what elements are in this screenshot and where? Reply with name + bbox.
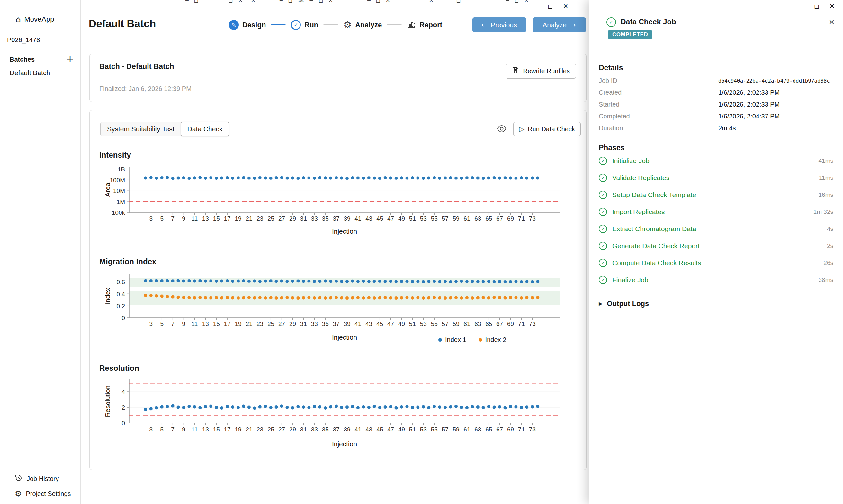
step-run[interactable]: ✓ Run — [291, 20, 318, 30]
intensity-chart-svg: 1B100M10M1M100k3579111315171921232527293… — [97, 162, 566, 237]
resolution-chart-title: Resolution — [99, 364, 139, 373]
svg-text:65: 65 — [485, 426, 492, 433]
phase-row-initialize-job: ✓ Initialize Job 41ms — [599, 152, 833, 169]
svg-text:Area: Area — [104, 183, 111, 197]
phase-check-icon: ✓ — [599, 157, 607, 165]
svg-text:41: 41 — [355, 426, 361, 433]
svg-text:25: 25 — [268, 320, 274, 327]
batches-heading: Batches — [10, 56, 35, 63]
svg-text:39: 39 — [344, 215, 350, 222]
svg-text:59: 59 — [452, 215, 459, 222]
svg-text:100k: 100k — [112, 209, 125, 216]
svg-text:29: 29 — [289, 215, 296, 222]
status-badge: COMPLETED — [608, 30, 652, 39]
svg-text:63: 63 — [475, 320, 481, 327]
step-design-label: Design — [242, 21, 266, 29]
svg-text:9: 9 — [182, 320, 186, 327]
svg-text:Injection: Injection — [332, 440, 357, 448]
app-brand[interactable]: ⌂ MoveApp — [15, 15, 54, 23]
svg-text:19: 19 — [235, 320, 241, 327]
minimize-button[interactable]: ─ — [527, 1, 543, 12]
add-batch-button[interactable]: + — [64, 54, 76, 64]
check-tabs: System Suitability Test Data Check — [100, 122, 229, 137]
svg-text:27: 27 — [278, 426, 285, 433]
maximize-button[interactable]: ◻ — [543, 1, 558, 12]
svg-text:0.6: 0.6 — [117, 278, 125, 285]
svg-text:15: 15 — [213, 426, 220, 433]
svg-text:69: 69 — [507, 426, 514, 433]
preview-button[interactable] — [496, 125, 507, 133]
svg-text:17: 17 — [224, 320, 231, 327]
svg-text:67: 67 — [496, 320, 503, 327]
svg-text:37: 37 — [333, 426, 340, 433]
gear-icon: ⚙ — [343, 20, 351, 30]
background-window-fragment: ✕ — [429, 0, 435, 3]
svg-text:37: 37 — [333, 320, 340, 327]
svg-text:47: 47 — [387, 426, 394, 433]
svg-text:25: 25 — [268, 426, 274, 433]
svg-text:23: 23 — [256, 426, 263, 433]
svg-text:51: 51 — [409, 426, 416, 433]
project-id: P026_1478 — [7, 36, 40, 44]
svg-text:9: 9 — [182, 215, 186, 222]
phase-row-validate-replicates: ✓ Validate Replicates 11ms — [599, 169, 833, 186]
svg-text:61: 61 — [463, 215, 470, 222]
sidebar-item-default-batch[interactable]: Default Batch — [10, 69, 50, 77]
close-button[interactable]: ✕ — [558, 1, 573, 12]
sidebar: ⌂ MoveApp P026_1478 Batches + Default Ba… — [0, 0, 81, 504]
svg-text:11: 11 — [192, 320, 198, 327]
analyze-button[interactable]: Analyze → — [533, 17, 586, 32]
background-window-fragment: ─ ◻ — [186, 0, 200, 3]
svg-text:61: 61 — [463, 320, 470, 327]
collapsed-arrow-icon: ▶ — [599, 301, 603, 307]
top-strip: ─ ◻◻ ✕✕─ ◻ ✕✕ ─◻ ✕─ ◻ ✕✕◻─ ◻ ✕ — [0, 0, 843, 4]
tab-system-suitability-test[interactable]: System Suitability Test — [101, 122, 181, 136]
step-design[interactable]: ✎ Design — [229, 20, 266, 30]
background-window-fragment: ✕ — [251, 0, 257, 3]
svg-text:73: 73 — [529, 320, 536, 327]
svg-text:61: 61 — [463, 426, 470, 433]
sidebar-item-project-settings[interactable]: ⚙ Project Settings — [15, 490, 71, 498]
details-heading: Details — [599, 64, 623, 72]
step-connector — [323, 24, 338, 25]
intensity-chart: 1B100M10M1M100k3579111315171921232527293… — [97, 162, 566, 237]
svg-text:3: 3 — [150, 215, 153, 222]
svg-text:13: 13 — [202, 215, 209, 222]
tab-data-check[interactable]: Data Check — [180, 122, 229, 137]
step-report[interactable]: Report — [407, 20, 442, 30]
detail-row-duration: Duration 2m 4s — [599, 122, 833, 134]
output-logs-toggle[interactable]: ▶ Output Logs — [599, 300, 649, 308]
svg-text:69: 69 — [507, 320, 514, 327]
history-icon — [15, 474, 22, 484]
phase-row-setup-template: ✓ Setup Data Check Template 16ms — [599, 186, 833, 203]
svg-text:5: 5 — [160, 426, 164, 433]
app-name: MoveApp — [24, 15, 54, 23]
pencil-icon: ✎ — [229, 20, 239, 30]
svg-text:43: 43 — [365, 426, 372, 433]
project-settings-label: Project Settings — [26, 490, 71, 498]
svg-text:5: 5 — [160, 320, 164, 327]
svg-text:41: 41 — [355, 215, 361, 222]
detail-row-job-id: Job ID d54c940a-22ba-4d2a-b479-ddd1b97ad… — [599, 75, 833, 87]
previous-button[interactable]: ← Previous — [472, 17, 526, 32]
rewrite-runfiles-button[interactable]: Rewrite Runfiles — [505, 64, 576, 79]
svg-text:Resolution: Resolution — [104, 385, 111, 417]
svg-text:51: 51 — [409, 215, 416, 222]
sidebar-item-job-history[interactable]: Job History — [15, 474, 59, 484]
job-panel-title: Data Check Job — [621, 18, 676, 26]
svg-text:1B: 1B — [118, 166, 125, 173]
svg-text:71: 71 — [518, 320, 525, 327]
svg-text:21: 21 — [245, 215, 252, 222]
svg-text:57: 57 — [442, 215, 449, 222]
migration-index-chart-title: Migration Index — [99, 257, 156, 266]
legend-item-index-1: Index 1 — [438, 336, 466, 343]
run-data-check-button[interactable]: ▷ Run Data Check — [513, 122, 581, 136]
svg-text:19: 19 — [235, 426, 241, 433]
svg-text:33: 33 — [311, 320, 318, 327]
output-logs-label: Output Logs — [607, 300, 649, 308]
step-analyze[interactable]: ⚙ Analyze — [343, 20, 382, 30]
panel-close-icon[interactable]: ✕ — [828, 18, 835, 26]
svg-text:13: 13 — [202, 320, 209, 327]
phase-check-icon: ✓ — [599, 259, 607, 267]
svg-text:23: 23 — [256, 320, 263, 327]
